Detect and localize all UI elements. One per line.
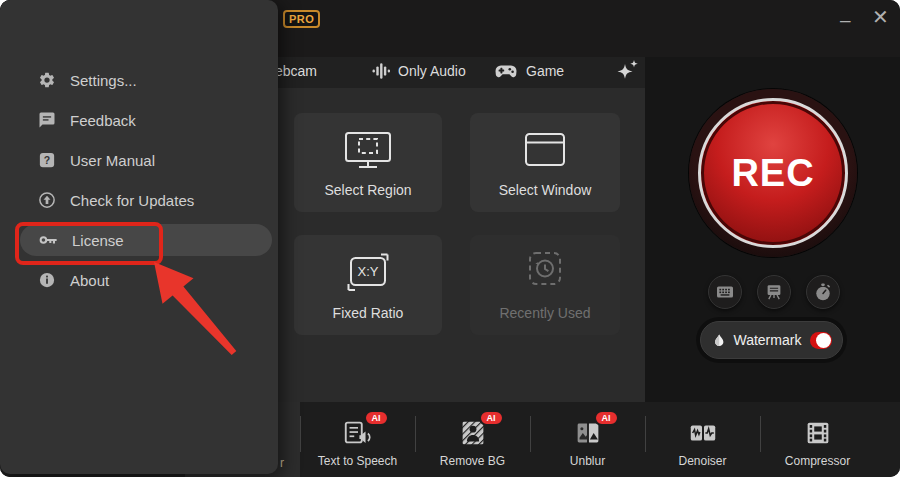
screenshot-stage: PRO – ✕ Webcam Only Audio	[0, 0, 900, 480]
toolbar-item-label: Denoiser	[678, 454, 726, 468]
toolbar-item-compressor[interactable]: Compressor	[760, 402, 875, 477]
toolbar-item-partial-label: r	[280, 456, 284, 470]
close-button[interactable]: ✕	[872, 7, 889, 27]
tab-only-audio-label: Only Audio	[398, 63, 466, 79]
timer-button[interactable]	[806, 275, 840, 309]
gamepad-icon	[494, 61, 518, 81]
menu-item-feedback[interactable]: Feedback	[20, 104, 272, 136]
menu-item-user-manual[interactable]: ? User Manual	[20, 144, 272, 176]
gear-icon	[38, 71, 56, 89]
menu-item-feedback-label: Feedback	[70, 112, 136, 129]
ratio-icon-text: X:Y	[358, 264, 379, 279]
ai-badge: AI	[364, 410, 389, 426]
recently-used-tile: Recently Used	[470, 235, 620, 335]
history-clock-icon	[517, 249, 573, 295]
watermark-toggle[interactable]	[810, 332, 832, 349]
rec-button[interactable]: REC	[689, 89, 857, 257]
select-region-tile[interactable]: Select Region	[294, 113, 442, 212]
watermark-label: Watermark	[733, 332, 801, 348]
select-region-label: Select Region	[324, 182, 411, 198]
question-mark-icon: ?	[38, 151, 56, 169]
toolbar-item-label: Remove BG	[440, 454, 505, 468]
ai-badge: AI	[594, 410, 619, 426]
menu-item-settings[interactable]: Settings...	[20, 64, 272, 96]
whiteboard-icon	[765, 283, 783, 301]
arrow-up-circle-icon	[38, 191, 56, 209]
recently-used-label: Recently Used	[499, 305, 590, 321]
tab-game[interactable]: Game	[494, 61, 564, 81]
toolbar-item-denoiser[interactable]: Denoiser	[645, 402, 760, 477]
sparkle-icon	[615, 59, 641, 83]
toolbar-item-unblur[interactable]: AI Unblur	[530, 402, 645, 477]
select-window-label: Select Window	[499, 182, 592, 198]
water-drop-icon	[714, 331, 724, 350]
rec-button-label: REC	[731, 152, 814, 195]
watermark-control: Watermark	[700, 321, 843, 359]
rec-button-face: REC	[698, 98, 848, 248]
window-icon	[517, 127, 573, 173]
app-window: PRO – ✕ Webcam Only Audio	[0, 0, 900, 477]
menu-item-check-for-updates-label: Check for Updates	[70, 192, 194, 209]
waveform-icon	[372, 61, 390, 81]
menu-item-settings-label: Settings...	[70, 72, 137, 89]
menu-item-about-label: About	[70, 272, 109, 289]
speech-bubble-icon	[38, 111, 56, 129]
menu-item-check-for-updates[interactable]: Check for Updates	[20, 184, 272, 216]
toolbar-item-text-to-speech[interactable]: AI Text to Speech	[300, 402, 415, 477]
annotation-arrow	[140, 255, 250, 365]
tab-game-label: Game	[526, 63, 564, 79]
fixed-ratio-label: Fixed Ratio	[333, 305, 404, 321]
tab-only-audio[interactable]: Only Audio	[372, 61, 466, 81]
toolbar-item-remove-bg[interactable]: AI Remove BG	[415, 402, 530, 477]
select-window-tile[interactable]: Select Window	[470, 113, 620, 212]
toolbar-item-label: Compressor	[785, 454, 850, 468]
virtual-keyboard-button[interactable]	[708, 275, 742, 309]
svg-text:?: ?	[44, 154, 50, 166]
minimize-button[interactable]: –	[840, 10, 851, 29]
whiteboard-button[interactable]	[757, 275, 791, 309]
film-strip-icon	[802, 418, 834, 448]
tab-ai-tools[interactable]	[615, 59, 641, 87]
stopwatch-icon	[814, 282, 832, 302]
monitor-region-icon	[340, 127, 396, 173]
toolbar-item-label: Text to Speech	[318, 454, 397, 468]
watermark-toggle-knob	[816, 333, 831, 348]
pro-badge: PRO	[283, 10, 320, 28]
noise-wave-icon	[687, 418, 719, 448]
ratio-frame-icon: X:Y	[340, 249, 396, 296]
info-icon	[38, 271, 56, 289]
menu-item-user-manual-label: User Manual	[70, 152, 155, 169]
fixed-ratio-tile[interactable]: X:Y Fixed Ratio	[294, 235, 442, 335]
keyboard-icon	[715, 284, 735, 300]
ai-badge: AI	[479, 410, 504, 426]
toolbar-item-label: Unblur	[570, 454, 605, 468]
